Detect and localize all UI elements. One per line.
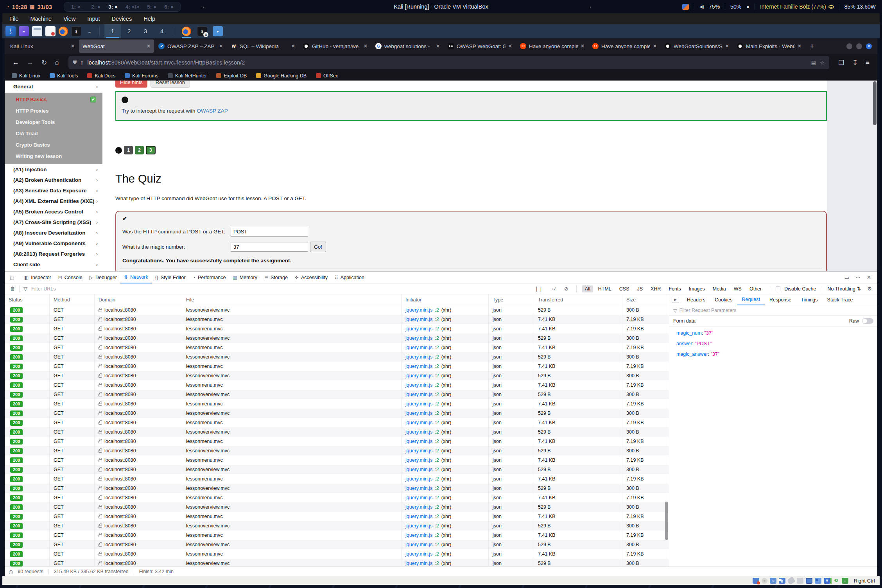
auto-resize-icon[interactable] (842, 578, 848, 584)
workspace-indicator[interactable]: 1: >_ (71, 4, 83, 10)
column-header-file[interactable]: File (182, 294, 402, 305)
type-filter-images[interactable]: Images (686, 285, 708, 292)
network-request-row[interactable]: 200GETlocalhost:8080lessonmenu.mvcjquery… (5, 324, 669, 333)
block-icon[interactable]: ⊘ (562, 286, 571, 292)
filter-urls-input[interactable]: Filter URLs (31, 286, 56, 292)
bookmark-item[interactable]: Exploit-DB (216, 73, 247, 79)
network-request-row[interactable]: 200GETlocalhost:8080lessonoverview.mvcjq… (5, 427, 669, 437)
initiator-link[interactable]: jquery.min.js (405, 401, 432, 407)
type-filter-fonts[interactable]: Fonts (666, 285, 684, 292)
initiator-link[interactable]: jquery.min.js (405, 354, 432, 360)
site-info-icon[interactable]: ▯ (81, 60, 83, 66)
network-request-row[interactable]: 200GETlocalhost:8080lessonmenu.mvcjquery… (5, 399, 669, 409)
page-button-1[interactable]: 1 (124, 146, 133, 154)
initiator-link[interactable]: jquery.min.js (405, 486, 432, 491)
tab-close-icon[interactable]: ✕ (653, 43, 657, 49)
devtools-close-icon[interactable]: ✕ (867, 274, 871, 280)
column-header-domain[interactable]: Domain (95, 294, 182, 305)
reload-button[interactable]: ↻ (38, 59, 51, 67)
type-filter-media[interactable]: Media (710, 285, 729, 292)
browser-tab[interactable]: Have anyone comple✕ (516, 39, 588, 53)
network-request-row[interactable]: 200GETlocalhost:8080lessonoverview.mvcjq… (5, 484, 669, 493)
devtools-meatball-menu-icon[interactable]: ⋯ (855, 274, 860, 280)
initiator-link[interactable]: jquery.min.js (405, 317, 432, 322)
sidebar-category[interactable]: Challenges› (5, 270, 102, 271)
taskbar-workspace-4[interactable]: 4 (154, 24, 170, 38)
initiator-link[interactable]: jquery.min.js (405, 532, 432, 538)
sync-icon[interactable]: ⟲ (833, 578, 839, 584)
type-filter-other[interactable]: Other (747, 285, 764, 292)
type-filter-xhr[interactable]: XHR (648, 285, 663, 292)
initiator-link[interactable]: jquery.min.js (405, 523, 432, 529)
initiator-link[interactable]: jquery.min.js (405, 392, 432, 397)
tab-close-icon[interactable]: ✕ (581, 43, 584, 49)
sidebar-item-crypto-basics[interactable]: Crypto Basics (5, 139, 102, 151)
network-request-row[interactable]: 200GETlocalhost:8080lessonmenu.mvcjquery… (5, 315, 669, 324)
devtools-tab-console[interactable]: ⊟Console (55, 272, 86, 283)
maximize-button[interactable] (856, 43, 862, 49)
network-request-row[interactable]: 200GETlocalhost:8080lessonmenu.mvcjquery… (5, 380, 669, 390)
devtools-tab-memory[interactable]: ▥Memory (229, 272, 261, 283)
type-filter-ws[interactable]: WS (731, 285, 744, 292)
initiator-link[interactable]: jquery.min.js (405, 551, 432, 557)
network-table-scrollbar[interactable] (665, 502, 668, 540)
tab-close-icon[interactable]: ✕ (508, 43, 512, 49)
type-filter-js[interactable]: JS (635, 285, 646, 292)
workspace-indicator[interactable]: 6: ● (164, 4, 174, 10)
sidebar-category[interactable]: (A3) Sensitive Data Exposure› (5, 185, 102, 196)
detail-tab-timings[interactable]: Timings (796, 294, 822, 305)
chevron-down-icon[interactable]: ⌄ (84, 26, 95, 36)
bookmark-item[interactable]: Kali NetHunter (168, 73, 207, 79)
network-request-row[interactable]: 200GETlocalhost:8080lessonoverview.mvcjq… (5, 409, 669, 418)
bookmark-item[interactable]: Kali Tools (50, 73, 78, 79)
detail-tab-headers[interactable]: Headers (682, 294, 710, 305)
raw-toggle[interactable] (862, 318, 873, 324)
form-data-param[interactable]: magic_num: "37" (676, 330, 877, 336)
bookmark-item[interactable]: Kali Docs (87, 73, 115, 79)
disable-cache-checkbox[interactable] (776, 287, 780, 291)
sidebar-category[interactable]: (A8) Insecure Deserialization› (5, 228, 102, 238)
minimize-button[interactable] (846, 43, 852, 49)
q2-answer-input[interactable] (231, 242, 308, 252)
page-button-2[interactable]: 2 (135, 146, 144, 154)
detail-tab-request[interactable]: Request (737, 294, 765, 305)
initiator-link[interactable]: jquery.min.js (405, 457, 432, 463)
network-request-row[interactable]: 200GETlocalhost:8080lessonoverview.mvcjq… (5, 521, 669, 531)
detail-tab-cookies[interactable]: Cookies (710, 294, 737, 305)
sidebar-item-developer-tools[interactable]: Developer Tools (5, 117, 102, 128)
menubar-item-view[interactable]: View (63, 16, 75, 22)
initiator-link[interactable]: jquery.min.js (405, 448, 432, 454)
sidebar-category[interactable]: Client side› (5, 259, 102, 270)
pause-icon[interactable]: ❘❘ (532, 286, 545, 292)
bookmark-item[interactable]: OffSec (316, 73, 338, 79)
network-request-row[interactable]: 200GETlocalhost:8080lessonoverview.mvcjq… (5, 502, 669, 512)
network-request-row[interactable]: 200GETlocalhost:8080lessonmenu.mvcjquery… (5, 437, 669, 446)
devtools-tab-performance[interactable]: ◔Performance (189, 272, 229, 283)
bookmark-item[interactable]: Kali Linux (12, 73, 40, 79)
network-request-row[interactable]: 200GETlocalhost:8080lessonmenu.mvcjquery… (5, 493, 669, 502)
detail-tab-response[interactable]: Response (765, 294, 796, 305)
devtools-tab-network[interactable]: ⇅Network (120, 272, 152, 283)
host-workspace-switcher[interactable]: 1: >_2: ●3: ●4: </>5: ●6: ● (64, 2, 181, 12)
sidebar-category[interactable]: (A4) XML External Entities (XXE)› (5, 196, 102, 206)
stopwatch-icon[interactable]: ◷ (9, 569, 13, 575)
detail-split-icon[interactable]: ▶ (672, 297, 679, 303)
menubar-item-file[interactable]: File (9, 16, 18, 22)
initiator-link[interactable]: jquery.min.js (405, 335, 432, 341)
taskbar-app-firefox[interactable] (180, 24, 193, 38)
text-editor-icon[interactable] (45, 26, 56, 36)
initiator-link[interactable]: jquery.min.js (405, 429, 432, 435)
browser-tab[interactable]: OWASP WebGoat: G✕ (444, 39, 516, 53)
url-bar[interactable]: ⛊ ▯ localhost:8080/WebGoat/start.mvc#les… (68, 56, 829, 69)
network-icon[interactable] (779, 578, 785, 584)
browser-tab[interactable]: WebGoatSolutions/S✕ (661, 39, 733, 53)
network-request-row[interactable]: 200GETlocalhost:8080lessonoverview.mvcjq… (5, 559, 669, 566)
initiator-link[interactable]: jquery.min.js (405, 495, 432, 500)
network-request-row[interactable]: 200GETlocalhost:8080lessonoverview.mvcjq… (5, 390, 669, 399)
tab-close-icon[interactable]: ✕ (725, 43, 729, 49)
network-request-row[interactable]: 200GETlocalhost:8080lessonoverview.mvcjq… (5, 540, 669, 549)
sidebar-category[interactable]: (A2) Broken Authentication› (5, 175, 102, 185)
audio-icon[interactable] (770, 578, 776, 584)
taskbar-workspace-3[interactable]: 3 (137, 24, 154, 38)
pagination-prev-button[interactable]: ← (115, 147, 122, 154)
